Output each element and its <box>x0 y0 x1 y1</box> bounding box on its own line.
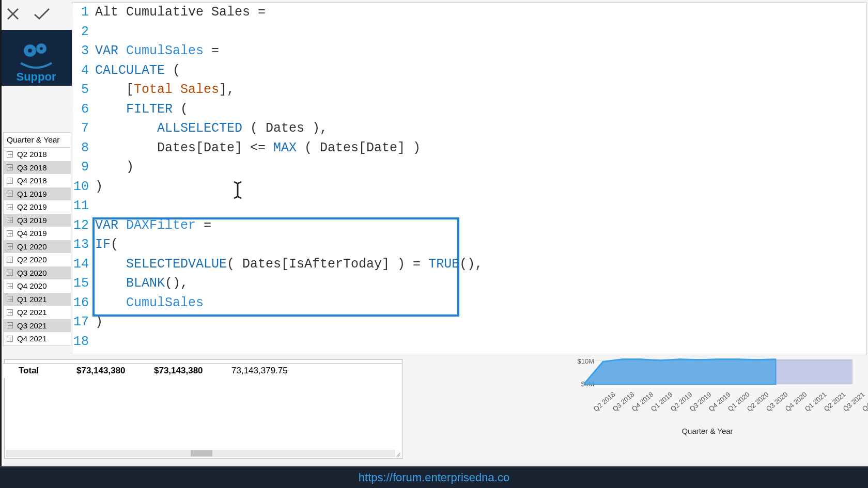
code-line[interactable]: 7 ALLSELECTED ( Dates ), <box>72 119 866 138</box>
code-content[interactable]: ) <box>92 177 866 197</box>
line-number: 7 <box>72 119 92 138</box>
expand-icon[interactable] <box>7 283 13 289</box>
code-line[interactable]: 6 FILTER ( <box>72 100 866 119</box>
code-line[interactable]: 4CALCULATE ( <box>72 61 866 81</box>
slicer-item[interactable]: Q1 2021 <box>4 293 71 306</box>
slicer-item[interactable]: Q4 2019 <box>4 227 71 240</box>
slicer-item-label: Q1 2021 <box>17 294 47 305</box>
horizontal-scrollbar[interactable] <box>6 450 395 457</box>
code-line[interactable]: 5 [Total Sales], <box>72 80 866 100</box>
slicer-item[interactable]: Q4 2018 <box>4 174 71 187</box>
code-content[interactable]: ) <box>92 312 866 332</box>
line-number: 11 <box>72 196 92 216</box>
code-content[interactable]: FILTER ( <box>92 100 866 119</box>
slicer-item[interactable]: Q2 2018 <box>4 148 71 161</box>
chart-series-1 <box>584 359 776 384</box>
code-content[interactable]: CumulSales <box>92 293 866 313</box>
code-line[interactable]: 10) <box>72 177 866 197</box>
slicer-item[interactable]: Q2 2019 <box>4 200 71 214</box>
expand-icon[interactable] <box>7 257 13 263</box>
expand-icon[interactable] <box>7 178 13 184</box>
totals-row: Total $73,143,380 $73,143,380 73,143,379… <box>3 363 402 378</box>
expand-icon[interactable] <box>7 336 13 342</box>
code-line[interactable]: 17) <box>72 312 866 332</box>
expand-icon[interactable] <box>7 217 13 223</box>
cancel-button[interactable] <box>3 4 23 24</box>
code-line[interactable]: 15 BLANK(), <box>72 274 866 293</box>
slicer-item[interactable]: Q2 2020 <box>4 253 71 266</box>
expand-icon[interactable] <box>7 309 13 316</box>
code-line[interactable]: 8 Dates[Date] <= MAX ( Dates[Date] ) <box>72 138 866 158</box>
code-content[interactable]: ALLSELECTED ( Dates ), <box>92 119 866 138</box>
total-value-3: 73,143,379.75 <box>231 366 314 376</box>
expand-icon[interactable] <box>7 270 13 276</box>
line-number: 15 <box>72 274 92 293</box>
slicer-item[interactable]: Q3 2020 <box>4 266 71 280</box>
slicer-item-label: Q3 2020 <box>17 268 47 278</box>
code-content[interactable]: VAR CumulSales = <box>92 41 866 61</box>
confirm-button[interactable] <box>32 4 52 24</box>
slicer-item-label: Q3 2018 <box>17 163 47 173</box>
code-content[interactable]: VAR DAXFilter = <box>92 216 866 235</box>
footer-link[interactable]: https://forum.enterprisedna.co <box>359 471 509 484</box>
expand-icon[interactable] <box>7 296 13 302</box>
expand-icon[interactable] <box>7 204 13 210</box>
dax-formula-editor[interactable]: 1Alt Cumulative Sales =23VAR CumulSales … <box>72 2 867 355</box>
code-content[interactable]: IF( <box>92 235 866 255</box>
code-line[interactable]: 13IF( <box>72 235 866 255</box>
slicer-header: Quarter & Year <box>4 133 71 148</box>
code-content[interactable]: CALCULATE ( <box>92 61 866 81</box>
expand-icon[interactable] <box>7 191 13 197</box>
quarter-year-slicer[interactable]: Quarter & Year Q2 2018Q3 2018Q4 2018Q1 2… <box>3 132 71 346</box>
line-number: 14 <box>72 255 92 274</box>
code-line[interactable]: 1Alt Cumulative Sales = <box>72 3 866 22</box>
brand-text: Suppor <box>17 70 56 84</box>
code-line[interactable]: 18 <box>72 332 866 352</box>
code-line[interactable]: 3VAR CumulSales = <box>72 41 866 61</box>
window-bottom-border <box>0 466 868 467</box>
svg-point-5 <box>40 47 43 50</box>
slicer-item[interactable]: Q3 2021 <box>4 319 71 333</box>
slicer-item[interactable]: Q4 2020 <box>4 279 71 293</box>
code-content[interactable]: BLANK(), <box>92 274 866 293</box>
line-number: 1 <box>72 3 92 22</box>
expand-icon[interactable] <box>7 151 13 158</box>
expand-icon[interactable] <box>7 164 13 170</box>
slicer-item-label: Q4 2020 <box>17 281 47 291</box>
line-number: 16 <box>72 293 92 313</box>
slicer-item[interactable]: Q1 2020 <box>4 240 71 254</box>
line-number: 6 <box>72 100 92 119</box>
slicer-item[interactable]: Q3 2018 <box>4 161 71 175</box>
total-value-2: $73,143,380 <box>154 366 231 376</box>
slicer-item-label: Q3 2019 <box>17 215 47 226</box>
code-line[interactable]: 16 CumulSales <box>72 293 866 313</box>
slicer-item[interactable]: Q2 2021 <box>4 306 71 319</box>
code-line[interactable]: 11 <box>72 196 866 216</box>
expand-icon[interactable] <box>7 322 13 328</box>
slicer-item[interactable]: Q3 2019 <box>4 214 71 227</box>
slicer-item[interactable]: Q1 2019 <box>4 187 71 201</box>
code-line[interactable]: 2 <box>72 22 866 42</box>
scrollbar-thumb[interactable] <box>191 450 212 456</box>
code-line[interactable]: 9 ) <box>72 158 866 177</box>
slicer-item-label: Q2 2018 <box>17 149 47 160</box>
expand-icon[interactable] <box>7 230 13 237</box>
code-content[interactable]: Dates[Date] <= MAX ( Dates[Date] ) <box>92 138 866 158</box>
expand-icon[interactable] <box>7 243 13 249</box>
slicer-item[interactable]: Q4 2021 <box>4 332 71 345</box>
code-content[interactable]: ) <box>92 158 866 177</box>
chart-xtick: Q4 2020 <box>784 390 809 413</box>
slicer-item-label: Q4 2019 <box>17 228 47 239</box>
total-value-1: $73,143,380 <box>76 366 154 376</box>
line-number: 5 <box>72 80 92 100</box>
code-line[interactable]: 12VAR DAXFilter = <box>72 216 866 235</box>
resize-handle-icon[interactable] <box>395 451 401 457</box>
code-line[interactable]: 14 SELECTEDVALUE( Dates[IsAfterToday] ) … <box>72 255 866 274</box>
line-number: 18 <box>72 332 92 352</box>
code-content[interactable]: [Total Sales], <box>92 80 866 100</box>
cumulative-sales-chart[interactable]: $10M $0M Q2 2018Q3 2018Q4 2018Q1 2019Q2 … <box>553 354 862 447</box>
slicer-item-label: Q2 2021 <box>17 307 47 318</box>
code-content[interactable]: Alt Cumulative Sales = <box>92 3 866 22</box>
chart-x-ticks: Q2 2018Q3 2018Q4 2018Q1 2019Q2 2019Q3 20… <box>583 390 851 416</box>
code-content[interactable]: SELECTEDVALUE( Dates[IsAfterToday] ) = T… <box>92 255 866 274</box>
